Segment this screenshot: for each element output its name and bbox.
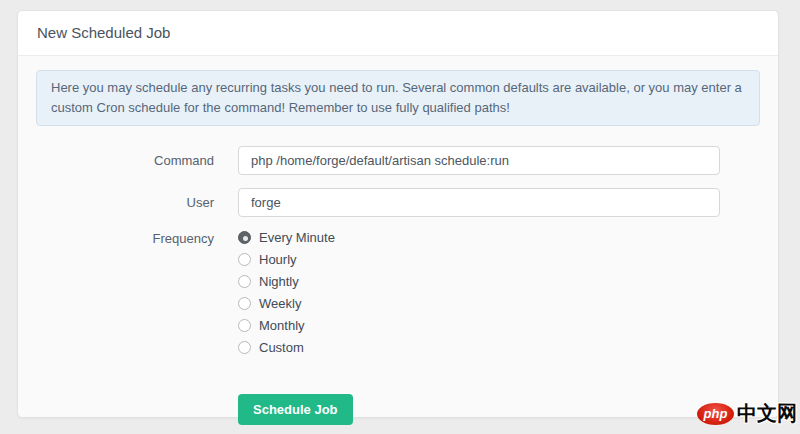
frequency-radio-group: Every Minute Hourly Nightly Weekly (238, 230, 335, 362)
frequency-option-label: Weekly (259, 296, 301, 311)
phpcn-watermark-text: 中文网 (737, 400, 797, 427)
frequency-label: Frequency (36, 230, 238, 247)
radio-button-icon[interactable] (238, 341, 251, 354)
card-title: New Scheduled Job (18, 11, 778, 56)
info-alert-text: Here you may schedule any recurring task… (51, 80, 742, 115)
frequency-option-label: Hourly (259, 252, 297, 267)
frequency-option-label: Every Minute (259, 230, 335, 245)
schedule-job-button[interactable]: Schedule Job (238, 394, 353, 425)
new-scheduled-job-card: New Scheduled Job Here you may schedule … (17, 10, 779, 418)
frequency-option-monthly[interactable]: Monthly (238, 318, 335, 333)
frequency-option-label: Monthly (259, 318, 305, 333)
frequency-row: Frequency Every Minute Hourly Nightly (36, 230, 760, 362)
phpcn-watermark: php 中文网 (697, 400, 797, 427)
radio-button-icon[interactable] (238, 319, 251, 332)
scheduled-job-form: Command User Frequency Every Minute Hour… (36, 146, 760, 425)
php-logo-badge: php (697, 403, 734, 425)
command-row: Command (36, 146, 760, 175)
frequency-option-custom[interactable]: Custom (238, 340, 335, 355)
frequency-option-hourly[interactable]: Hourly (238, 252, 335, 267)
frequency-option-label: Custom (259, 340, 304, 355)
card-body: Here you may schedule any recurring task… (18, 56, 778, 425)
command-label: Command (36, 153, 238, 168)
command-input[interactable] (238, 146, 720, 175)
frequency-option-nightly[interactable]: Nightly (238, 274, 335, 289)
user-input[interactable] (238, 188, 720, 217)
radio-button-icon[interactable] (238, 297, 251, 310)
frequency-option-weekly[interactable]: Weekly (238, 296, 335, 311)
frequency-option-every-minute[interactable]: Every Minute (238, 230, 335, 245)
user-row: User (36, 188, 760, 217)
user-label: User (36, 195, 238, 210)
frequency-option-label: Nightly (259, 274, 299, 289)
radio-button-icon[interactable] (238, 231, 251, 244)
info-alert: Here you may schedule any recurring task… (36, 70, 760, 126)
radio-button-icon[interactable] (238, 253, 251, 266)
radio-button-icon[interactable] (238, 275, 251, 288)
